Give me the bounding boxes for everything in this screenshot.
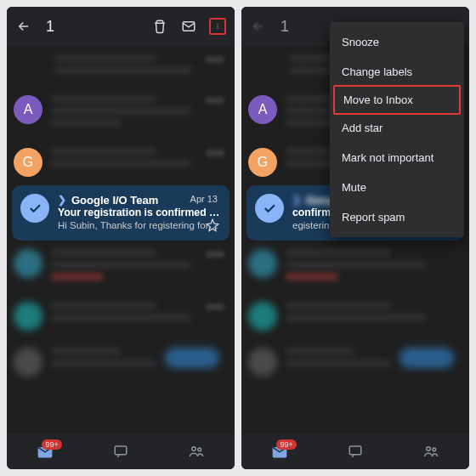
list-item[interactable]: A bbox=[7, 87, 235, 139]
avatar bbox=[14, 348, 42, 377]
selection-count: 1 bbox=[46, 18, 54, 36]
bottom-nav: 99+ bbox=[7, 434, 235, 469]
more-options-icon[interactable] bbox=[209, 18, 226, 35]
email-preview: Hi Subin, Thanks for registering for Goo… bbox=[58, 219, 221, 232]
back-icon[interactable] bbox=[250, 18, 267, 35]
list-item[interactable] bbox=[7, 241, 235, 293]
sender-name: Google I/O Team bbox=[71, 194, 158, 207]
email-date: Apr 13 bbox=[190, 194, 218, 204]
list-item[interactable]: G bbox=[7, 139, 235, 185]
svg-point-2 bbox=[217, 26, 218, 26]
important-marker-icon: ❯ bbox=[292, 194, 301, 207]
avatar bbox=[14, 302, 42, 331]
important-marker-icon: ❯ bbox=[58, 194, 66, 207]
selection-check-icon bbox=[20, 194, 49, 223]
chip bbox=[165, 348, 219, 368]
unread-badge: 99+ bbox=[276, 439, 296, 450]
list-item[interactable] bbox=[241, 339, 469, 385]
email-list: A G ❯Google I/O Team Your registration i… bbox=[7, 46, 235, 434]
overflow-menu: Snooze Change labels Move to Inbox Add s… bbox=[330, 22, 464, 237]
avatar bbox=[248, 302, 277, 331]
meet-tab-icon[interactable] bbox=[422, 443, 439, 460]
mail-tab-icon[interactable]: 99+ bbox=[37, 443, 54, 460]
svg-rect-7 bbox=[349, 446, 361, 455]
svg-point-5 bbox=[192, 447, 196, 451]
svg-point-8 bbox=[427, 447, 431, 451]
list-item[interactable] bbox=[7, 293, 235, 339]
chat-tab-icon[interactable] bbox=[347, 443, 364, 460]
screenshot-left: 1 A G bbox=[7, 7, 235, 469]
menu-item-move-to-inbox[interactable]: Move to Inbox bbox=[333, 85, 461, 115]
svg-point-6 bbox=[198, 448, 201, 451]
svg-point-9 bbox=[433, 448, 436, 451]
svg-rect-4 bbox=[115, 446, 127, 455]
selection-count: 1 bbox=[280, 18, 289, 36]
avatar: A bbox=[248, 95, 277, 124]
selected-email-row[interactable]: ❯Google I/O Team Your registration is co… bbox=[12, 185, 230, 241]
chat-tab-icon[interactable] bbox=[112, 443, 129, 460]
svg-point-1 bbox=[217, 24, 218, 25]
menu-item-mute[interactable]: Mute bbox=[330, 173, 464, 202]
menu-item-report-spam[interactable]: Report spam bbox=[330, 202, 464, 232]
avatar bbox=[248, 249, 277, 278]
list-item[interactable] bbox=[7, 46, 235, 87]
mark-unread-icon[interactable] bbox=[180, 18, 197, 35]
menu-item-mark-not-important[interactable]: Mark not important bbox=[330, 143, 464, 173]
list-item[interactable] bbox=[7, 339, 235, 385]
avatar: A bbox=[14, 95, 42, 124]
screenshot-right: 1 Snooze Change labels Move to Inbox Add… bbox=[241, 7, 469, 469]
email-subject: Your registration is confirmed for Googl… bbox=[58, 207, 221, 219]
topbar-left: 1 bbox=[7, 7, 235, 46]
list-item[interactable] bbox=[241, 293, 469, 339]
chip bbox=[400, 348, 454, 368]
menu-item-add-star[interactable]: Add star bbox=[330, 113, 464, 143]
menu-item-change-labels[interactable]: Change labels bbox=[330, 57, 464, 87]
meet-tab-icon[interactable] bbox=[188, 443, 205, 460]
delete-icon[interactable] bbox=[151, 18, 168, 35]
list-item[interactable] bbox=[241, 241, 469, 293]
avatar: G bbox=[14, 148, 42, 177]
avatar bbox=[248, 348, 277, 377]
avatar: G bbox=[248, 148, 277, 177]
star-icon[interactable] bbox=[206, 218, 219, 232]
back-icon[interactable] bbox=[15, 18, 32, 35]
avatar bbox=[14, 249, 42, 278]
unread-badge: 99+ bbox=[42, 439, 61, 450]
menu-item-snooze[interactable]: Snooze bbox=[330, 27, 464, 57]
bottom-nav: 99+ bbox=[241, 434, 469, 469]
selection-check-icon bbox=[255, 194, 284, 223]
mail-tab-icon[interactable]: 99+ bbox=[271, 443, 288, 460]
svg-point-3 bbox=[217, 28, 218, 29]
